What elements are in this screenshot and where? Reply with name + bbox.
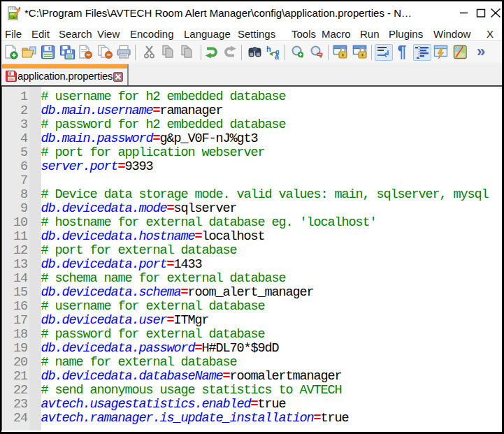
svg-text:h: h: [266, 45, 271, 53]
svg-text:g: g: [275, 48, 280, 55]
